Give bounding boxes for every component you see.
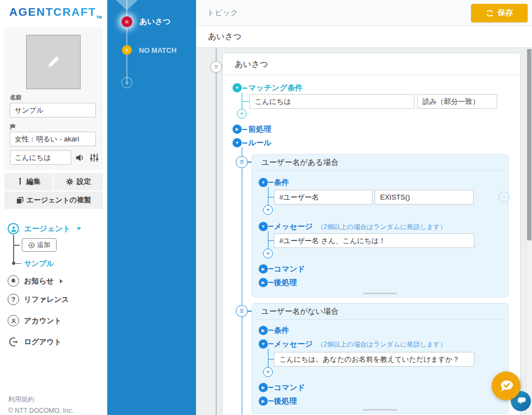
rule1-postprocess-tick <box>268 282 273 283</box>
rule2-message-note: （2個以上の場合はランダムに発話します） <box>317 340 447 348</box>
rule1-message-expand-icon[interactable]: ▼ <box>259 222 268 231</box>
topic-node-nomatch[interactable]: = NO MATCH <box>122 45 176 55</box>
speaker-icon[interactable] <box>75 152 86 163</box>
rule1-title[interactable]: ユーザー名がある場合 <box>252 154 508 171</box>
rule2-postprocess-expand-icon[interactable]: ▶ <box>259 397 268 406</box>
topic-card: あいさつ ▼ マッチング条件 読み（部分一致） + ▶ 前処理 ▼ ルール = … <box>222 53 521 415</box>
save-button-label: 保存 <box>498 8 513 18</box>
rule2-postprocess-label[interactable]: 後処理 <box>274 397 297 406</box>
add-topic-button[interactable]: + <box>121 77 132 88</box>
pencil-icon <box>45 54 62 70</box>
rule-card-1: ユーザー名がある場合 ▼ 条件 − + ▼ メッセージ（2個以上の場合はランダム… <box>252 154 509 298</box>
settings-button[interactable]: 設定 <box>54 173 103 190</box>
nav-logout[interactable]: ログアウト <box>8 336 62 348</box>
topic-node-greeting[interactable]: = あいさつ <box>121 16 170 27</box>
rule1-collapse-toggle[interactable]: = <box>236 156 248 168</box>
vertical-scrollbar[interactable] <box>526 48 532 415</box>
matching-label[interactable]: マッチング条件 <box>248 83 303 93</box>
refresh-icon <box>486 9 494 17</box>
topic-card-title: あいさつ <box>223 53 520 75</box>
rule1-condition-expand-icon[interactable]: ▼ <box>259 178 268 187</box>
matching-type-select[interactable]: 読み（部分一致） <box>417 94 497 109</box>
matching-tick <box>242 88 247 89</box>
nav-agent-label: エージェント <box>24 224 71 234</box>
sidebar: AGENTCRAFTTM 名前 声 編集 設定 エージェントの複製 <box>0 0 107 415</box>
nav-agent[interactable]: エージェント <box>8 223 81 234</box>
page-title: トピック <box>207 8 238 18</box>
rule2-command-expand-icon[interactable]: ▶ <box>259 383 268 392</box>
topic-name-row[interactable]: あいさつ <box>196 26 532 48</box>
sidebar-item-sample-agent[interactable]: サンプル <box>24 259 54 269</box>
brand-name: AGENTCRAFT <box>9 5 96 18</box>
rule2-collapse-toggle[interactable]: = <box>236 305 248 317</box>
name-input[interactable] <box>10 103 96 117</box>
rule1-condition-fn-input[interactable] <box>375 190 474 205</box>
rule2-title[interactable]: ユーザー名がない場合 <box>252 303 508 320</box>
topic-name-input[interactable]: あいさつ <box>208 32 241 42</box>
speech-check-icon <box>497 377 516 395</box>
duplicate-agent-button[interactable]: エージェントの複製 <box>4 191 103 209</box>
gear-icon <box>66 178 74 185</box>
rule1-add-condition-button[interactable]: + <box>263 205 273 215</box>
topic-rail: = あいさつ = NO MATCH + <box>107 0 196 415</box>
rule1-command-label[interactable]: コマンド <box>274 264 305 274</box>
rule1-resize-handle[interactable] <box>363 293 397 294</box>
rule1-postprocess-expand-icon[interactable]: ▶ <box>259 278 268 287</box>
copy-icon <box>16 197 23 204</box>
rule2-command-label[interactable]: コマンド <box>274 383 305 393</box>
preprocess-label[interactable]: 前処理 <box>248 125 271 134</box>
rule1-message-label[interactable]: メッセージ（2個以上の場合はランダムに発話します） <box>274 222 447 232</box>
rule2-message-label[interactable]: メッセージ（2個以上の場合はランダムに発話します） <box>274 339 447 349</box>
edit-button-label: 編集 <box>27 177 41 187</box>
rule2-condition-label[interactable]: 条件 <box>274 326 289 336</box>
rule1-condition-label[interactable]: 条件 <box>274 178 289 188</box>
rule1-command-tick <box>268 268 273 269</box>
topic-collapse-toggle[interactable]: = <box>210 61 222 73</box>
topic-active-label: あいさつ <box>139 17 170 27</box>
rule2-message-tick <box>268 343 273 344</box>
nav-news[interactable]: お知らせ <box>8 275 63 287</box>
avatar-upload[interactable] <box>26 35 81 89</box>
preprocess-expand-icon[interactable]: ▶ <box>233 125 242 134</box>
rule1-condition-child-tick <box>268 197 274 198</box>
edit-pen-icon <box>17 178 23 185</box>
rule1-message-input[interactable] <box>274 233 474 248</box>
rule1-condition-line <box>268 187 269 205</box>
rule2-postprocess-tick <box>268 400 273 401</box>
scrollbar-thumb[interactable] <box>527 49 531 240</box>
rule2-add-message-button[interactable]: + <box>263 367 273 377</box>
add-agent-button[interactable]: 追加 <box>22 238 57 252</box>
rule1-condition-var-input[interactable] <box>274 190 372 205</box>
name-label: 名前 <box>10 94 22 102</box>
matching-keyword-input[interactable] <box>249 94 414 109</box>
rule2-resize-handle[interactable] <box>363 409 397 411</box>
edit-button[interactable]: 編集 <box>4 173 53 190</box>
rule1-remove-condition-button[interactable]: − <box>499 191 510 202</box>
tts-preview-input[interactable] <box>10 150 71 165</box>
add-matching-condition-button[interactable]: + <box>237 109 247 119</box>
rule-card-2: ユーザー名がない場合 ▶ 条件 ▼ メッセージ（2個以上の場合はランダムに発話し… <box>252 303 509 414</box>
rule2-condition-expand-icon[interactable]: ▶ <box>259 326 268 335</box>
rule1-postprocess-label[interactable]: 後処理 <box>274 278 297 288</box>
save-button[interactable]: 保存 <box>471 4 528 22</box>
rules-label[interactable]: ルール <box>248 138 272 148</box>
matching-expand-icon[interactable]: ▼ <box>233 83 242 92</box>
logout-icon <box>8 336 19 348</box>
nav-account-label: アカウント <box>24 316 62 326</box>
main-topbar: トピック 保存 <box>196 0 532 26</box>
rule2-command-tick <box>268 387 273 388</box>
rule1-command-expand-icon[interactable]: ▶ <box>259 264 268 274</box>
feedback-button[interactable] <box>492 371 521 400</box>
rule1-message-child-tick <box>268 240 274 241</box>
rule2-condition-tick <box>268 330 273 331</box>
nav-reference[interactable]: ? リファレンス <box>8 294 69 305</box>
rule2-message-expand-icon[interactable]: ▼ <box>259 339 268 349</box>
rule1-add-message-button[interactable]: + <box>263 249 273 258</box>
rules-expand-icon[interactable]: ▼ <box>233 138 242 147</box>
nav-account[interactable]: アカウント <box>8 315 62 326</box>
nav-logout-label: ログアウト <box>24 337 62 347</box>
voice-sliders-icon[interactable] <box>89 152 100 163</box>
rule2-message-input[interactable] <box>274 352 474 367</box>
voice-input[interactable] <box>10 132 96 146</box>
terms-link[interactable]: 利用規約 <box>8 395 34 404</box>
